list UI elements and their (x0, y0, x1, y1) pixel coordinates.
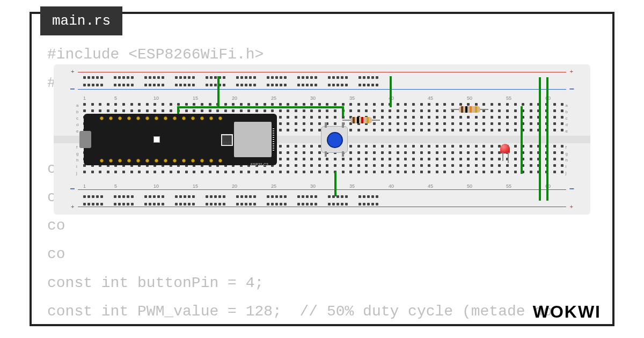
code-line-7: co (47, 246, 65, 262)
row-labels: fghij (76, 145, 78, 177)
rail-bot-positive (78, 207, 566, 207)
rf-shield-icon (234, 122, 272, 157)
plus-icon: + (569, 69, 573, 75)
wire[interactable] (539, 77, 541, 201)
minus-icon: − (70, 185, 75, 194)
qr-code-icon (221, 134, 233, 146)
row-labels: abcde (566, 103, 568, 135)
pin-header-top (100, 116, 222, 120)
pin-header-bottom (100, 159, 222, 163)
filename-text: main.rs (52, 13, 111, 29)
push-button[interactable] (321, 126, 348, 153)
resistor-2[interactable] (451, 106, 488, 113)
code-line-9: const int PWM_value = 128; // 50% duty c… (47, 303, 552, 320)
circuit-diagram[interactable]: + + − − − − + + 151015202530354045505560… (54, 64, 590, 215)
rail-bot-negative (78, 189, 566, 190)
wire[interactable] (217, 76, 219, 107)
code-line-8: const int buttonPin = 4; (47, 275, 264, 291)
code-line-6: co (47, 217, 65, 234)
esp32-board[interactable]: ESP32-C3 (84, 114, 277, 165)
code-line-1: #include <ESP8266WiFi.h> (47, 46, 264, 63)
wire[interactable] (521, 106, 523, 174)
wire[interactable] (546, 77, 548, 201)
minus-icon: − (569, 85, 574, 94)
wire[interactable] (334, 172, 336, 196)
minus-icon: − (70, 85, 75, 94)
usb-port-icon (79, 131, 91, 148)
wire[interactable] (390, 76, 392, 107)
rail-top-positive (78, 72, 566, 72)
plus-icon: + (71, 69, 75, 75)
rail-top-negative (78, 89, 566, 90)
minus-icon: − (569, 185, 574, 194)
breadboard[interactable]: + + − − − − + + 151015202530354045505560… (54, 64, 590, 215)
mcu-label: ESP32-C3 (251, 163, 268, 166)
logo-text: WOKWI (533, 302, 601, 321)
plus-icon: + (569, 204, 573, 210)
onboard-led-icon (153, 136, 160, 143)
plus-icon: + (71, 204, 75, 210)
wire[interactable] (342, 106, 344, 117)
row-labels: abcde (76, 103, 78, 135)
resistor-1[interactable] (342, 117, 380, 123)
wokwi-logo: WOKWI (533, 302, 601, 322)
button-cap-icon (327, 132, 343, 148)
wire[interactable] (177, 106, 343, 108)
row-labels: fghij (566, 145, 568, 177)
led-component[interactable] (500, 144, 511, 159)
filename-tab: main.rs (40, 6, 122, 35)
